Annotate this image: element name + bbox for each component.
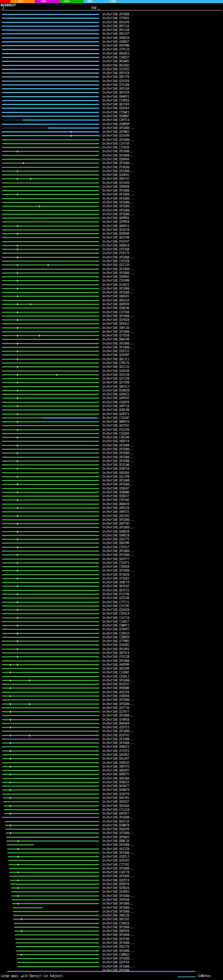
hit-label[interactable]: UniRef100_UP1000...: [103, 831, 135, 835]
hit-label[interactable]: UniRef100_Q5PM58: [103, 220, 129, 224]
hit-bar[interactable]: [8, 856, 99, 857]
hit-bar[interactable]: [2, 449, 99, 450]
hit-label[interactable]: UniRef100_C5FCB5: [103, 604, 129, 608]
hit-bar[interactable]: [2, 598, 99, 599]
hit-label[interactable]: UniRef100_A8PZJ0: [103, 506, 129, 510]
hit-bar[interactable]: [2, 347, 99, 348]
hit-label[interactable]: UniRef100_Q2PFK4: [103, 961, 129, 964]
hit-label[interactable]: UniRef100_UP1000...: [103, 902, 135, 905]
hit-bar[interactable]: [2, 409, 99, 410]
hit-bar[interactable]: [2, 457, 99, 458]
hit-bar[interactable]: [2, 186, 99, 188]
hit-label[interactable]: UniRef100_B4L847: [103, 757, 129, 760]
hit-label[interactable]: UniRef100_UP1000...: [103, 342, 135, 345]
hit-bar[interactable]: [2, 163, 99, 164]
hit-label[interactable]: UniRef100_UP1000...: [103, 189, 135, 192]
hit-label[interactable]: UniRef100_B4PZF7: [103, 812, 129, 816]
hit-label[interactable]: UniRef100_UP1000...: [103, 208, 135, 212]
hit-label[interactable]: UniRef100_Q4REI0: [103, 534, 129, 538]
hit-label[interactable]: UniRef100_B39026: [103, 886, 129, 890]
hit-bar[interactable]: [2, 680, 99, 681]
hit-bar[interactable]: [2, 402, 99, 403]
hit-label[interactable]: UniRef100_Q45YF7: [103, 557, 129, 561]
hit-label[interactable]: UniRef100_UP1000...: [103, 569, 135, 573]
hit-bar[interactable]: [2, 582, 99, 583]
hit-bar[interactable]: [2, 394, 99, 395]
hit-label[interactable]: UniRef100_Q56UB2: [103, 643, 129, 647]
hit-bar[interactable]: [10, 872, 99, 873]
hit-bar[interactable]: [2, 49, 99, 50]
hit-label[interactable]: UniRef100_Q1E8Z8: [103, 608, 129, 612]
hit-bar[interactable]: [2, 241, 99, 242]
hit-label[interactable]: UniRef100_UP1000...: [103, 969, 135, 972]
hit-label[interactable]: UniRef100_Q6YXZ9: [103, 91, 129, 95]
hit-bar[interactable]: [2, 504, 99, 505]
hit-bar[interactable]: [2, 183, 99, 183]
hit-bar[interactable]: [3, 801, 99, 802]
hit-bar[interactable]: [2, 782, 99, 783]
hit-label[interactable]: UniRef100_Q5BXX7: [103, 494, 129, 498]
hit-bar[interactable]: [2, 386, 99, 387]
hit-bar[interactable]: [2, 590, 99, 591]
hit-label[interactable]: UniRef100_Q2TZ90: [103, 381, 129, 385]
hit-label[interactable]: UniRef100_Q61233: [103, 365, 129, 369]
hit-bar[interactable]: [2, 465, 99, 466]
hit-label[interactable]: UniRef100_Q3UVM7: [103, 353, 129, 357]
hit-bar[interactable]: [2, 61, 99, 62]
hit-bar[interactable]: [2, 363, 99, 364]
hit-bar[interactable]: [2, 76, 99, 78]
hit-label[interactable]: UniRef100_C5FH17: [103, 546, 129, 549]
hit-label[interactable]: UniRef100_B6K3W4: [103, 776, 129, 780]
hit-label[interactable]: UniRef100_C5XM26: [103, 99, 129, 103]
hit-label[interactable]: UniRef100_C52PF3: [103, 561, 129, 565]
hit-bar[interactable]: [11, 891, 99, 892]
hit-bar[interactable]: [2, 550, 99, 552]
hit-label[interactable]: UniRef100_Q919R1: [103, 647, 129, 651]
hit-label[interactable]: UniRef100_Q6CE09: [103, 667, 129, 671]
hit-label[interactable]: UniRef100_C4JF16: [103, 616, 129, 620]
hit-label[interactable]: UniRef100_C7YTJ1: [103, 600, 129, 604]
hit-label[interactable]: UniRef100_C55WE1: [103, 111, 129, 115]
hit-label[interactable]: UniRef100_Q70VP7: [103, 627, 129, 631]
hit-bar[interactable]: [2, 155, 99, 156]
hit-label[interactable]: UniRef100_B4IF34: [103, 820, 129, 824]
hit-label[interactable]: UniRef100_A7EZ28: [103, 655, 129, 659]
hit-bar[interactable]: [2, 108, 99, 109]
hit-label[interactable]: UniRef100_A9P4U0: [103, 898, 129, 902]
hit-label[interactable]: UniRef100_UP1000...: [103, 941, 135, 945]
hit-label[interactable]: UniRef100_Q5WC06: [103, 306, 129, 310]
hit-label[interactable]: UniRef100_A229X2: [103, 67, 129, 71]
hit-bar[interactable]: [13, 911, 99, 912]
hit-bar[interactable]: [2, 566, 99, 567]
hit-label[interactable]: UniRef100_UP1000...: [103, 200, 135, 204]
hit-label[interactable]: UniRef100_Q6PK98: [103, 302, 129, 306]
hit-bar[interactable]: [2, 660, 99, 662]
hit-bar[interactable]: [2, 202, 99, 203]
hit-label[interactable]: UniRef100_C4R1H0: [103, 436, 129, 439]
hit-label[interactable]: UniRef100_A7STE1: [103, 749, 129, 753]
hit-label[interactable]: UniRef100_UP1000...: [103, 926, 135, 929]
hit-label[interactable]: UniRef100_UP1000...: [103, 894, 135, 898]
hit-label[interactable]: UniRef100_UP1000...: [103, 659, 135, 663]
hit-label[interactable]: UniRef100_B9RD50: [103, 36, 129, 40]
hit-label[interactable]: UniRef100_A8Q5Y4: [103, 439, 129, 443]
hit-bar[interactable]: [11, 896, 99, 897]
hit-label[interactable]: UniRef100_Q95J84: [103, 87, 129, 91]
hit-label[interactable]: UniRef100_C5D868: [103, 565, 129, 569]
hit-label[interactable]: UniRef100_UP1000...: [103, 451, 135, 455]
hit-bar[interactable]: [43, 417, 97, 418]
hit-label[interactable]: UniRef100_B4QW79: [103, 788, 129, 792]
hit-label[interactable]: UniRef100_Q2H5T4: [103, 878, 129, 882]
hit-label[interactable]: UniRef100_Q2KJ75: [103, 538, 129, 541]
hit-label[interactable]: UniRef100_A5DJJ2: [103, 349, 129, 353]
hit-label[interactable]: UniRef100_A6RCV3: [103, 510, 129, 514]
hit-label[interactable]: UniRef100_Q9U5G9: [103, 299, 129, 302]
hit-label[interactable]: UniRef100_B62GW3: [103, 64, 129, 67]
hit-label[interactable]: UniRef100_B5DEY0: [103, 882, 129, 886]
hit-bar[interactable]: [2, 751, 99, 752]
hit-label[interactable]: UniRef100_C5GQ94: [103, 432, 129, 436]
hit-label[interactable]: UniRef100_UP1000...: [103, 867, 135, 870]
hit-bar[interactable]: [6, 833, 99, 834]
hit-bar[interactable]: [2, 261, 99, 262]
hit-bar[interactable]: [2, 684, 99, 685]
